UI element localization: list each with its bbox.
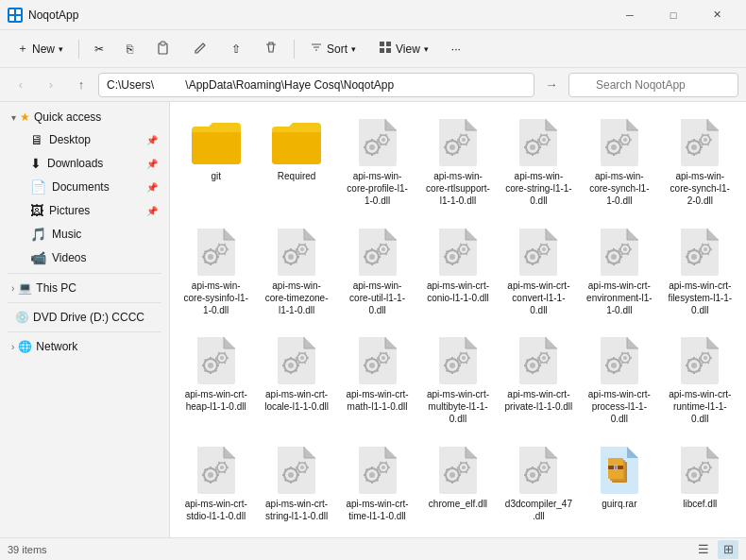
share-button[interactable]: ⇧ (222, 34, 250, 64)
svg-line-294 (460, 362, 461, 364)
sidebar-item-label: Videos (52, 251, 86, 264)
svg-point-165 (462, 247, 466, 251)
view-button[interactable]: View ▾ (369, 34, 438, 64)
sidebar-item-desktop[interactable]: 🖥 Desktop 📌 (4, 128, 165, 151)
file-item[interactable]: api-ms-win-crt-heap-l1-1-0.dll (178, 328, 254, 433)
title-bar: NoqotApp ─ □ ✕ (0, 0, 746, 30)
svg-line-405 (385, 461, 386, 463)
rename-button[interactable] (184, 34, 218, 64)
file-item[interactable]: api-ms-win-core-timezone-l1-1-0.dll (258, 219, 334, 325)
file-item[interactable]: api-ms-win-crt-math-l1-1-0.dll (339, 328, 415, 433)
file-item[interactable]: api-ms-win-crt-string-l1-1-0.dll (258, 437, 334, 531)
minimize-button[interactable]: ─ (608, 0, 652, 30)
svg-line-423 (466, 461, 466, 463)
list-view-button[interactable]: ☰ (693, 540, 714, 559)
file-item[interactable]: api-ms-win-crt-environment-l1-1-0.dll (581, 219, 657, 325)
file-item[interactable]: d3dcompiler_47.dll (500, 437, 577, 531)
address-go-button[interactable]: → (538, 72, 565, 98)
svg-line-168 (460, 253, 461, 255)
new-button[interactable]: ＋ New ▾ (8, 34, 73, 64)
file-item[interactable]: api-ms-win-crt-private-l1-1-0.dll (500, 328, 577, 433)
file-item[interactable]: api-ms-win-crt-conio-l1-1-0.dll (419, 219, 496, 325)
plus-icon: ＋ (17, 41, 28, 57)
more-icon: ··· (451, 42, 461, 56)
view-chevron-icon: ▾ (424, 44, 429, 54)
svg-line-348 (703, 362, 704, 364)
svg-point-11 (369, 144, 375, 150)
file-item[interactable]: api-ms-win-crt-runtime-l1-1-0.dll (662, 328, 738, 433)
svg-point-101 (208, 254, 213, 260)
sidebar-item-documents[interactable]: 📄 Documents 📌 (4, 176, 165, 198)
more-button[interactable]: ··· (442, 34, 470, 64)
svg-line-433 (537, 468, 538, 469)
file-item[interactable]: guirq.rar (581, 437, 657, 531)
file-item[interactable]: git (178, 110, 254, 215)
file-name: api-ms-win-crt-string-l1-1-0.dll (263, 498, 331, 522)
svg-rect-3 (16, 16, 21, 21)
file-item[interactable]: api-ms-win-crt-filesystem-l1-1-0.dll (662, 219, 738, 325)
file-item[interactable]: api-ms-win-crt-convert-l1-1-0.dll (500, 219, 577, 325)
file-item[interactable]: api-ms-win-core-rtlsupport-l1-1-0.dll (419, 110, 496, 215)
file-item[interactable]: api-ms-win-core-synch-l1-2-0.dll (662, 110, 738, 215)
svg-line-249 (285, 370, 286, 371)
sidebar-header-quickaccess[interactable]: ▾ ★ Quick access (4, 107, 165, 127)
file-item[interactable]: libcef.dll (662, 437, 738, 531)
svg-line-60 (541, 144, 542, 145)
sidebar-header-network[interactable]: › 🌐 Network (4, 336, 165, 357)
grid-view-button[interactable]: ⊞ (718, 540, 738, 559)
svg-line-235 (215, 360, 216, 361)
file-item[interactable]: api-ms-win-crt-multibyte-l1-1-0.dll (419, 328, 496, 433)
delete-button[interactable] (254, 34, 288, 64)
copy-button[interactable]: ⎘ (117, 34, 143, 64)
forward-button[interactable]: › (38, 72, 64, 98)
svg-line-386 (299, 461, 300, 463)
cut-button[interactable]: ✂ (85, 34, 113, 64)
file-item[interactable]: api-ms-win-core-synch-l1-1-0.dll (581, 110, 657, 215)
svg-line-96 (703, 144, 704, 145)
up-button[interactable]: ↑ (68, 72, 94, 98)
file-item[interactable]: Required (258, 110, 334, 215)
svg-line-217 (699, 250, 700, 251)
dll-icon (673, 115, 726, 168)
file-item[interactable]: api-ms-win-crt-locale-l1-1-0.dll (258, 328, 334, 433)
svg-line-409 (457, 479, 458, 480)
paste-button[interactable] (146, 34, 180, 64)
svg-line-297 (466, 352, 466, 354)
svg-line-141 (365, 261, 366, 262)
sidebar-item-downloads[interactable]: ⬇ Downloads 📌 (4, 152, 165, 175)
file-item[interactable]: api-ms-win-crt-stdio-l1-1-0.dll (178, 437, 254, 531)
file-item[interactable]: api-ms-win-core-string-l1-1-0.dll (500, 110, 577, 215)
svg-point-273 (381, 356, 385, 360)
search-input[interactable] (568, 73, 738, 97)
maximize-button[interactable]: □ (652, 0, 695, 30)
svg-line-415 (457, 468, 458, 469)
sidebar-item-videos[interactable]: 📹 Videos (4, 246, 165, 269)
back-button[interactable]: ‹ (8, 72, 34, 98)
svg-point-29 (449, 144, 455, 150)
svg-line-149 (385, 253, 386, 255)
address-input[interactable] (98, 73, 534, 97)
svg-point-435 (542, 466, 546, 469)
svg-point-111 (220, 247, 224, 251)
svg-line-293 (466, 362, 466, 364)
file-item[interactable]: api-ms-win-core-profile-l1-1-0.dll (339, 110, 415, 215)
file-item[interactable]: api-ms-win-core-util-l1-1-0.dll (339, 219, 415, 325)
svg-line-186 (541, 253, 542, 255)
file-item[interactable]: chrome_elf.dll (419, 437, 496, 531)
svg-line-258 (299, 362, 300, 364)
svg-line-329 (627, 362, 628, 364)
svg-line-438 (541, 471, 542, 473)
sidebar-item-pictures[interactable]: 🖼 Pictures 📌 (4, 199, 165, 222)
svg-line-91 (699, 142, 700, 143)
file-item[interactable]: api-ms-win-crt-time-l1-1-0.dll (339, 437, 415, 531)
sidebar-header-thispc[interactable]: › 💻 This PC (4, 278, 165, 298)
file-item[interactable]: api-ms-win-core-sysinfo-l1-1-0.dll (178, 219, 254, 325)
sidebar-item-music[interactable]: 🎵 Music (4, 223, 165, 246)
new-chevron-icon: ▾ (59, 44, 63, 54)
svg-line-127 (296, 250, 297, 251)
delete-icon (263, 40, 279, 58)
sort-button[interactable]: Sort ▾ (300, 34, 365, 64)
sidebar-header-dvd[interactable]: 💿 DVD Drive (D:) CCCC (4, 307, 165, 328)
file-item[interactable]: api-ms-win-crt-process-l1-1-0.dll (581, 328, 657, 433)
close-button[interactable]: ✕ (695, 0, 738, 30)
